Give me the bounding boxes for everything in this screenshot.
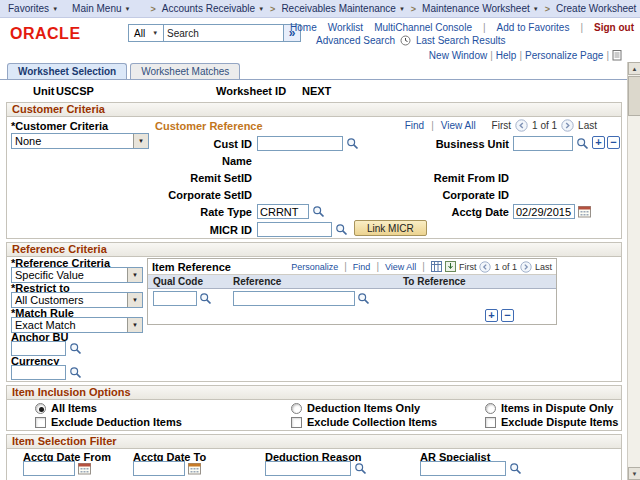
global-search: All	[128, 24, 301, 42]
show-next-row-icon[interactable]	[561, 119, 574, 132]
last-search-results-link[interactable]: Last Search Results	[416, 35, 506, 46]
search-input[interactable]	[164, 24, 284, 42]
currency-input[interactable]	[11, 365, 66, 380]
add-row-button[interactable]	[485, 309, 498, 322]
corporate-setid-label: Corporate SetID	[157, 189, 252, 201]
business-unit-input[interactable]	[513, 136, 573, 151]
reference-criteria-body: *Reference Criteria Specific Value *Rest…	[7, 257, 621, 381]
rate-type-lookup-icon[interactable]	[312, 205, 325, 218]
link-micr-button[interactable]: Link MICR	[354, 220, 427, 236]
scrollbar-thumb[interactable]	[628, 76, 640, 116]
acctg-date-from-calendar-icon[interactable]	[78, 462, 91, 475]
zoom-grid-icon[interactable]	[431, 261, 442, 272]
tab-worksheet-selection[interactable]: Worksheet Selection	[7, 63, 127, 79]
customer-criteria-title: Customer Criteria	[7, 103, 621, 117]
multichannel-console-link[interactable]: MultiChannel Console	[374, 22, 472, 33]
checkbox-exclude-deduction-items[interactable]: Exclude Deduction Items	[35, 416, 182, 428]
acctg-date-to-input[interactable]	[133, 461, 185, 476]
radio-deduction-items-only[interactable]: Deduction Items Only	[291, 402, 420, 414]
download-icon[interactable]	[445, 261, 456, 272]
breadcrumb-accounts-receivable[interactable]: Accounts Receivable	[162, 3, 264, 14]
deduction-reason-lookup-icon[interactable]	[354, 462, 367, 475]
chevron-down-icon	[52, 6, 58, 12]
cust-id-input[interactable]	[257, 136, 343, 151]
selected-value: Specific Value	[12, 269, 127, 281]
copy-page-icon[interactable]	[612, 49, 623, 61]
worksheet-id-value: NEXT	[302, 85, 331, 97]
customer-criteria-select[interactable]: None	[11, 133, 149, 149]
page-tabs: Worksheet Selection Worksheet Matches	[0, 63, 627, 80]
add-row-button[interactable]	[592, 136, 605, 149]
show-previous-row-icon[interactable]	[479, 261, 491, 273]
scroll-up-icon[interactable]	[628, 62, 640, 75]
search-scope-select[interactable]: All	[128, 24, 164, 42]
radio-label: Deduction Items Only	[307, 402, 420, 414]
rate-type-input[interactable]	[257, 204, 309, 219]
find-link[interactable]: Find	[405, 120, 424, 131]
row-count: 1 of 1	[494, 262, 517, 272]
acctg-date-input[interactable]	[513, 204, 575, 219]
qual-code-lookup-icon[interactable]	[199, 292, 212, 305]
delete-row-button[interactable]	[607, 136, 620, 149]
checkbox-icon	[291, 417, 302, 428]
chevron-down-icon	[125, 6, 131, 12]
breadcrumb-maintenance-worksheet[interactable]: Maintenance Worksheet	[422, 3, 539, 14]
currency-lookup-icon[interactable]	[69, 366, 82, 379]
grid-title: Item Reference	[152, 261, 231, 273]
new-window-link[interactable]: New Window	[429, 50, 487, 61]
anchor-bu-lookup-icon[interactable]	[69, 342, 82, 355]
anchor-bu-input[interactable]	[11, 341, 66, 356]
checkbox-exclude-dispute-items[interactable]: Exclude Dispute Items	[485, 416, 618, 428]
restrict-to-select[interactable]: All Customers	[11, 292, 143, 308]
home-link[interactable]: Home	[290, 22, 317, 33]
sign-out-link[interactable]: Sign out	[594, 22, 634, 33]
checkbox-exclude-collection-items[interactable]: Exclude Collection Items	[291, 416, 437, 428]
qual-code-cell	[150, 291, 230, 306]
cust-id-lookup-icon[interactable]	[346, 137, 359, 150]
breadcrumb-main-menu[interactable]: Main Menu	[72, 3, 130, 14]
breadcrumb-receivables-maintenance[interactable]: Receivables Maintenance	[281, 3, 404, 14]
checkbox-label: Exclude Deduction Items	[51, 416, 182, 428]
radio-all-items[interactable]: All Items	[35, 402, 97, 414]
radio-items-in-dispute-only[interactable]: Items in Dispute Only	[485, 402, 613, 414]
favorites-label: Favorites	[8, 3, 49, 14]
view-all-link[interactable]: View All	[441, 120, 476, 131]
add-to-favorites-link[interactable]: Add to Favorites	[497, 22, 570, 33]
reference-input[interactable]	[233, 291, 355, 306]
business-unit-lookup-icon[interactable]	[576, 137, 589, 150]
customer-reference-title: Customer Reference	[155, 120, 263, 132]
find-link[interactable]: Find	[353, 262, 371, 272]
vertical-scrollbar[interactable]	[627, 62, 640, 480]
worklist-link[interactable]: Worklist	[328, 22, 363, 33]
acctg-date-from-input[interactable]	[23, 461, 75, 476]
deduction-reason-input[interactable]	[265, 461, 351, 476]
ar-specialist-lookup-icon[interactable]	[509, 462, 522, 475]
help-link[interactable]: Help	[496, 50, 517, 61]
acctg-date-to-calendar-icon[interactable]	[188, 462, 201, 475]
ar-specialist-input[interactable]	[420, 461, 506, 476]
selected-value: All Customers	[12, 294, 127, 306]
qual-code-input[interactable]	[153, 291, 197, 306]
breadcrumb-separator-icon	[545, 4, 550, 14]
advanced-search-link[interactable]: Advanced Search	[316, 35, 395, 46]
personalize-page-link[interactable]: Personalize Page	[525, 50, 603, 61]
view-all-link[interactable]: View All	[385, 262, 416, 272]
show-previous-row-icon[interactable]	[515, 119, 528, 132]
breadcrumb-separator-icon	[151, 4, 156, 14]
item-reference-grid: Item Reference Personalize Find View All…	[147, 258, 557, 325]
tab-worksheet-matches[interactable]: Worksheet Matches	[130, 63, 240, 79]
remit-from-id-label: Remit From ID	[419, 172, 509, 184]
scroll-down-icon[interactable]	[628, 467, 640, 480]
show-next-row-icon[interactable]	[520, 261, 532, 273]
breadcrumb-favorites[interactable]: Favorites	[8, 3, 58, 14]
micr-id-input[interactable]	[257, 222, 332, 237]
reference-criteria-select[interactable]: Specific Value	[11, 267, 143, 283]
crumb-label: Maintenance Worksheet	[422, 3, 530, 14]
acctg-date-calendar-icon[interactable]	[578, 205, 591, 218]
personalize-link[interactable]: Personalize	[291, 262, 338, 272]
reference-cell	[230, 291, 400, 306]
micr-id-lookup-icon[interactable]	[335, 223, 348, 236]
unit-value: USCSP	[56, 85, 94, 97]
reference-lookup-icon[interactable]	[357, 292, 370, 305]
delete-row-button[interactable]	[501, 309, 514, 322]
